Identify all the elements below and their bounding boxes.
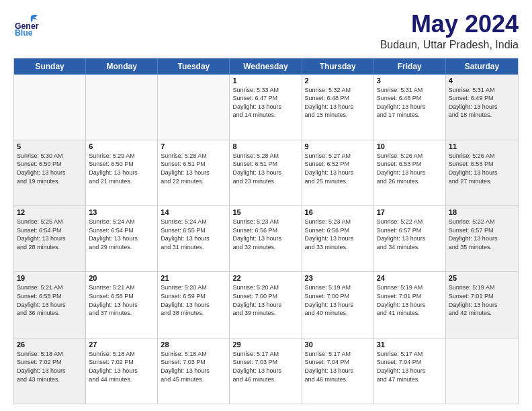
calendar-day-empty <box>86 75 158 140</box>
day-info: Sunrise: 5:24 AMSunset: 6:54 PMDaylight:… <box>89 218 154 251</box>
day-info: Sunrise: 5:19 AMSunset: 7:00 PMDaylight:… <box>305 283 371 317</box>
day-info: Sunrise: 5:21 AMSunset: 6:58 PMDaylight:… <box>89 283 154 317</box>
header-day-monday: Monday <box>86 58 158 75</box>
day-number: 15 <box>232 208 298 216</box>
calendar-day-6: 6Sunrise: 5:29 AMSunset: 6:50 PMDaylight… <box>86 140 158 205</box>
calendar-day-20: 20Sunrise: 5:21 AMSunset: 6:58 PMDayligh… <box>86 272 158 337</box>
calendar-day-19: 19Sunrise: 5:21 AMSunset: 6:58 PMDayligh… <box>14 272 86 337</box>
day-info: Sunrise: 5:31 AMSunset: 6:48 PMDaylight:… <box>377 86 443 120</box>
day-info: Sunrise: 5:23 AMSunset: 6:56 PMDaylight:… <box>232 218 298 251</box>
day-number: 8 <box>232 142 298 150</box>
day-info: Sunrise: 5:23 AMSunset: 6:56 PMDaylight:… <box>305 218 371 251</box>
logo: General Blue <box>13 11 39 36</box>
day-number: 10 <box>377 142 443 150</box>
day-info: Sunrise: 5:17 AMSunset: 7:03 PMDaylight:… <box>232 350 298 383</box>
day-number: 22 <box>232 274 298 282</box>
calendar-day-10: 10Sunrise: 5:26 AMSunset: 6:53 PMDayligh… <box>374 140 446 205</box>
calendar-day-26: 26Sunrise: 5:18 AMSunset: 7:02 PMDayligh… <box>14 338 86 404</box>
calendar-day-13: 13Sunrise: 5:24 AMSunset: 6:54 PMDayligh… <box>86 206 158 271</box>
day-info: Sunrise: 5:19 AMSunset: 7:01 PMDaylight:… <box>377 283 443 317</box>
calendar-week-3: 12Sunrise: 5:25 AMSunset: 6:54 PMDayligh… <box>14 206 518 272</box>
day-info: Sunrise: 5:18 AMSunset: 7:02 PMDaylight:… <box>17 350 83 383</box>
day-info: Sunrise: 5:17 AMSunset: 7:04 PMDaylight:… <box>377 350 443 383</box>
calendar-day-31: 31Sunrise: 5:17 AMSunset: 7:04 PMDayligh… <box>374 338 446 404</box>
calendar-day-27: 27Sunrise: 5:18 AMSunset: 7:02 PMDayligh… <box>86 338 158 404</box>
day-info: Sunrise: 5:18 AMSunset: 7:03 PMDaylight:… <box>161 350 226 383</box>
header-day-wednesday: Wednesday <box>230 58 302 75</box>
day-number: 13 <box>89 208 154 216</box>
calendar-day-7: 7Sunrise: 5:28 AMSunset: 6:51 PMDaylight… <box>158 140 230 205</box>
calendar-day-16: 16Sunrise: 5:23 AMSunset: 6:56 PMDayligh… <box>302 206 374 271</box>
day-info: Sunrise: 5:22 AMSunset: 6:57 PMDaylight:… <box>377 218 443 251</box>
calendar-day-5: 5Sunrise: 5:30 AMSunset: 6:50 PMDaylight… <box>14 140 86 205</box>
calendar-day-3: 3Sunrise: 5:31 AMSunset: 6:48 PMDaylight… <box>374 75 446 140</box>
calendar-week-1: 1Sunrise: 5:33 AMSunset: 6:47 PMDaylight… <box>14 75 518 140</box>
day-number: 7 <box>161 142 226 150</box>
day-info: Sunrise: 5:21 AMSunset: 6:58 PMDaylight:… <box>17 283 83 317</box>
day-number: 19 <box>17 274 83 282</box>
main-title: May 2024 <box>380 11 519 38</box>
calendar-day-23: 23Sunrise: 5:19 AMSunset: 7:00 PMDayligh… <box>302 272 374 337</box>
calendar-day-12: 12Sunrise: 5:25 AMSunset: 6:54 PMDayligh… <box>14 206 86 271</box>
calendar-day-21: 21Sunrise: 5:20 AMSunset: 6:59 PMDayligh… <box>158 272 230 337</box>
calendar-day-1: 1Sunrise: 5:33 AMSunset: 6:47 PMDaylight… <box>230 75 302 140</box>
header: General Blue May 2024 Budaun, Uttar Prad… <box>13 11 519 51</box>
header-day-friday: Friday <box>374 58 446 75</box>
svg-text:Blue: Blue <box>15 28 33 36</box>
day-number: 18 <box>449 208 515 216</box>
day-number: 31 <box>377 340 443 349</box>
day-info: Sunrise: 5:24 AMSunset: 6:55 PMDaylight:… <box>161 218 226 251</box>
day-info: Sunrise: 5:28 AMSunset: 6:51 PMDaylight:… <box>232 152 298 185</box>
header-day-thursday: Thursday <box>302 58 374 75</box>
subtitle: Budaun, Uttar Pradesh, India <box>380 39 519 51</box>
day-number: 20 <box>89 274 154 282</box>
header-day-sunday: Sunday <box>14 58 86 75</box>
day-info: Sunrise: 5:30 AMSunset: 6:50 PMDaylight:… <box>17 152 83 185</box>
calendar-day-30: 30Sunrise: 5:17 AMSunset: 7:04 PMDayligh… <box>302 338 374 404</box>
calendar-day-4: 4Sunrise: 5:31 AMSunset: 6:49 PMDaylight… <box>446 75 518 140</box>
header-day-saturday: Saturday <box>446 58 518 75</box>
day-number: 5 <box>17 142 83 150</box>
day-number: 28 <box>161 340 226 349</box>
day-number: 2 <box>305 77 371 85</box>
calendar-day-8: 8Sunrise: 5:28 AMSunset: 6:51 PMDaylight… <box>230 140 302 205</box>
calendar-day-empty <box>14 75 86 140</box>
day-number: 23 <box>305 274 371 282</box>
day-info: Sunrise: 5:31 AMSunset: 6:49 PMDaylight:… <box>449 86 515 120</box>
day-number: 4 <box>449 77 515 85</box>
day-number: 14 <box>161 208 226 216</box>
calendar-week-2: 5Sunrise: 5:30 AMSunset: 6:50 PMDaylight… <box>14 140 518 206</box>
calendar-day-9: 9Sunrise: 5:27 AMSunset: 6:52 PMDaylight… <box>302 140 374 205</box>
day-info: Sunrise: 5:19 AMSunset: 7:01 PMDaylight:… <box>449 283 515 317</box>
day-number: 12 <box>17 208 83 216</box>
day-number: 29 <box>232 340 298 349</box>
calendar-header: SundayMondayTuesdayWednesdayThursdayFrid… <box>14 58 518 75</box>
day-number: 9 <box>305 142 371 150</box>
day-info: Sunrise: 5:33 AMSunset: 6:47 PMDaylight:… <box>232 86 298 120</box>
day-info: Sunrise: 5:26 AMSunset: 6:53 PMDaylight:… <box>449 152 515 185</box>
title-block: May 2024 Budaun, Uttar Pradesh, India <box>380 11 519 51</box>
day-number: 25 <box>449 274 515 282</box>
calendar-day-28: 28Sunrise: 5:18 AMSunset: 7:03 PMDayligh… <box>158 338 230 404</box>
calendar-day-25: 25Sunrise: 5:19 AMSunset: 7:01 PMDayligh… <box>446 272 518 337</box>
day-info: Sunrise: 5:27 AMSunset: 6:52 PMDaylight:… <box>305 152 371 185</box>
calendar-week-4: 19Sunrise: 5:21 AMSunset: 6:58 PMDayligh… <box>14 272 518 338</box>
day-number: 24 <box>377 274 443 282</box>
day-number: 17 <box>377 208 443 216</box>
day-info: Sunrise: 5:20 AMSunset: 7:00 PMDaylight:… <box>232 283 298 317</box>
calendar: SundayMondayTuesdayWednesdayThursdayFrid… <box>13 58 519 404</box>
day-number: 3 <box>377 77 443 85</box>
calendar-day-11: 11Sunrise: 5:26 AMSunset: 6:53 PMDayligh… <box>446 140 518 205</box>
calendar-day-15: 15Sunrise: 5:23 AMSunset: 6:56 PMDayligh… <box>230 206 302 271</box>
day-info: Sunrise: 5:18 AMSunset: 7:02 PMDaylight:… <box>89 350 154 383</box>
logo-icon: General Blue <box>13 11 39 36</box>
day-info: Sunrise: 5:20 AMSunset: 6:59 PMDaylight:… <box>161 283 226 317</box>
day-number: 30 <box>305 340 371 349</box>
header-day-tuesday: Tuesday <box>158 58 230 75</box>
day-number: 21 <box>161 274 226 282</box>
day-info: Sunrise: 5:17 AMSunset: 7:04 PMDaylight:… <box>305 350 371 383</box>
day-info: Sunrise: 5:32 AMSunset: 6:48 PMDaylight:… <box>305 86 371 120</box>
day-info: Sunrise: 5:28 AMSunset: 6:51 PMDaylight:… <box>161 152 226 185</box>
day-info: Sunrise: 5:25 AMSunset: 6:54 PMDaylight:… <box>17 218 83 251</box>
day-info: Sunrise: 5:26 AMSunset: 6:53 PMDaylight:… <box>377 152 443 185</box>
